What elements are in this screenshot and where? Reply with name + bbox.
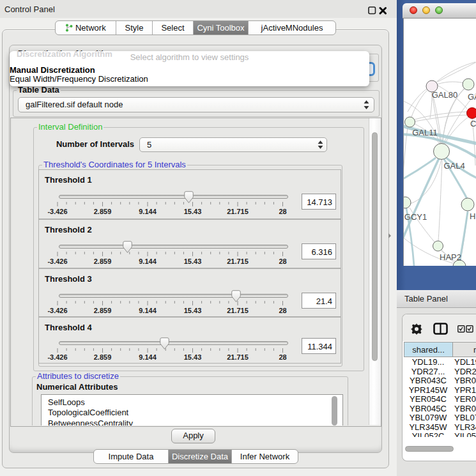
svg-text:GAL4: GAL4 — [443, 161, 464, 171]
svg-text:HAP2: HAP2 — [440, 252, 461, 262]
svg-text:H: H — [470, 211, 475, 221]
svg-text:GAL11: GAL11 — [412, 128, 438, 137]
svg-text:C: C — [470, 119, 476, 128]
svg-text:GCY1: GCY1 — [404, 212, 427, 222]
svg-text:GAL80: GAL80 — [432, 90, 457, 100]
svg-text:GA: GA — [468, 92, 476, 102]
